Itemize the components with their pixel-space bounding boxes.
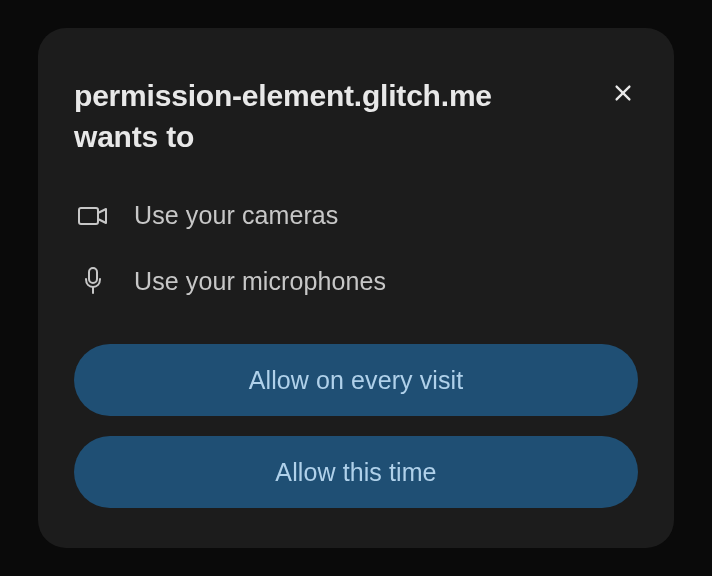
svg-rect-3 (89, 268, 97, 283)
dialog-title: permission-element.glitch.me wants to (74, 76, 554, 157)
close-button[interactable] (608, 78, 638, 111)
dialog-origin: permission-element.glitch.me (74, 79, 492, 112)
allow-always-button[interactable]: Allow on every visit (74, 344, 638, 416)
permission-label: Use your microphones (134, 267, 386, 296)
camera-icon (78, 205, 108, 227)
svg-rect-2 (79, 208, 98, 224)
permission-item-microphone: Use your microphones (78, 266, 638, 296)
permission-label: Use your cameras (134, 201, 338, 230)
dialog-title-suffix: wants to (74, 120, 194, 153)
permission-list: Use your cameras Use your microphones (74, 201, 638, 296)
allow-once-button[interactable]: Allow this time (74, 436, 638, 508)
dialog-header: permission-element.glitch.me wants to (74, 76, 638, 157)
close-icon (612, 82, 634, 107)
microphone-icon (78, 266, 108, 296)
permission-item-camera: Use your cameras (78, 201, 638, 230)
button-group: Allow on every visit Allow this time (74, 344, 638, 508)
permission-dialog: permission-element.glitch.me wants to Us… (38, 28, 674, 548)
